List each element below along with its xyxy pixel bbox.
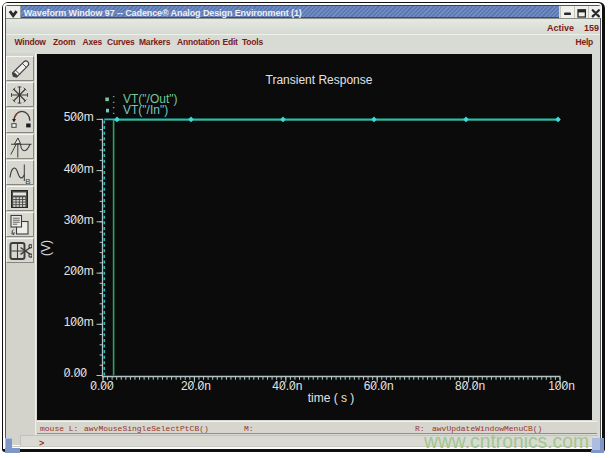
- svg-text:500m: 500m: [64, 110, 94, 124]
- svg-text:300m: 300m: [64, 213, 94, 227]
- svg-text:VT("/In"): VT("/In"): [123, 103, 168, 117]
- svg-text::: :: [112, 103, 115, 117]
- svg-text:20.0n: 20.0n: [181, 379, 211, 393]
- svg-text:60.0n: 60.0n: [364, 379, 394, 393]
- svg-text:100n: 100n: [548, 379, 575, 393]
- svg-text:40.0n: 40.0n: [272, 379, 302, 393]
- svg-text:time ( s ): time ( s ): [308, 391, 355, 405]
- svg-text:(V): (V): [39, 240, 53, 256]
- svg-text:80.0n: 80.0n: [455, 379, 485, 393]
- svg-text:Transient Response: Transient Response: [266, 73, 373, 87]
- svg-text:400m: 400m: [64, 162, 94, 176]
- svg-text:100m: 100m: [64, 315, 94, 329]
- svg-text:200m: 200m: [64, 264, 94, 278]
